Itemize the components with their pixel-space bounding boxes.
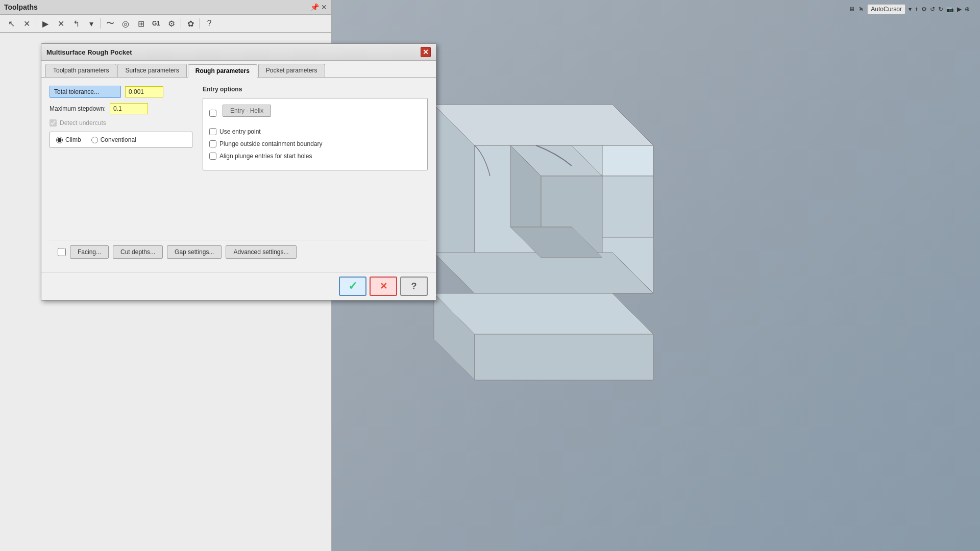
toolbar-cancel-btn[interactable]: ✕ [19, 17, 34, 30]
bottom-checkbox[interactable] [58, 248, 66, 256]
detect-undercuts-label: Detect undercuts [60, 119, 106, 127]
climb-label: Climb [65, 136, 81, 143]
content-layout: Total tolerance... Maximum stepdown: Det… [50, 86, 428, 170]
cut-direction-radio-group: Climb Conventional [50, 132, 192, 148]
svg-marker-11 [475, 334, 653, 380]
advanced-settings-button[interactable]: Advanced settings... [226, 245, 296, 259]
toolbar-dropdown-btn[interactable]: ▾ [84, 17, 99, 30]
right-section: Entry options Entry - Helix Use entry po… [203, 86, 428, 170]
toolbar-run-btn[interactable]: ▶ [38, 17, 53, 30]
toolbar-undo-btn[interactable]: ↰ [69, 17, 83, 30]
toolbar-separator-1 [36, 18, 36, 29]
cut-depths-button[interactable]: Cut depths... [113, 245, 163, 259]
dialog-titlebar: Multisurface Rough Pocket ✕ [41, 44, 436, 61]
toolbar-separator-3 [181, 18, 181, 29]
dialog-body: Total tolerance... Maximum stepdown: Det… [41, 78, 436, 272]
toolpaths-toolbar: ↖ ✕ ▶ ✕ ↰ ▾ 〜 ◎ ⊞ G1 ⚙ ✿ ? [0, 15, 331, 33]
toolbar-select-btn[interactable]: ↖ [4, 17, 18, 30]
dialog-title: Multisurface Rough Pocket [46, 48, 132, 56]
toolbar-grid-btn[interactable]: ⊞ [134, 17, 148, 30]
toolbar-wave-btn[interactable]: 〜 [103, 17, 117, 30]
total-tolerance-input[interactable] [125, 86, 163, 97]
help-icon: ? [411, 281, 417, 292]
facing-button[interactable]: Facing... [70, 245, 109, 259]
max-stepdown-label: Maximum stepdown: [50, 105, 106, 112]
max-stepdown-row: Maximum stepdown: [50, 103, 192, 114]
toolbar-separator-2 [101, 18, 101, 29]
align-plunge-checkbox[interactable] [209, 153, 216, 160]
detect-undercuts-row: Detect undercuts [50, 119, 192, 127]
align-plunge-label: Align plunge entries for start holes [219, 153, 312, 160]
entry-helix-button[interactable]: Entry - Helix [223, 105, 271, 117]
help-button[interactable]: ? [400, 277, 428, 296]
use-entry-point-row: Use entry point [209, 128, 421, 135]
autocursor-icon5[interactable]: 📷 [946, 6, 954, 13]
autocursor-label[interactable]: AutoCursor [867, 4, 905, 14]
total-tolerance-row: Total tolerance... [50, 86, 192, 98]
align-plunge-row: Align plunge entries for start holes [209, 153, 421, 160]
dialog-close-button[interactable]: ✕ [421, 47, 431, 57]
toolpaths-header: Toolpaths 📌 ✕ [0, 0, 331, 15]
autocursor-icon1[interactable]: + [915, 6, 918, 13]
autocursor-bar: 🖥 🖱 AutoCursor ▾ + ⚙ ↺ ↻ 📷 ▶ ⊕ [849, 4, 970, 14]
monitor-icon: 🖥 [849, 6, 855, 13]
bottom-button-bar: Facing... Cut depths... Gap settings... … [50, 240, 428, 264]
left-section: Total tolerance... Maximum stepdown: Det… [50, 86, 192, 170]
dialog-footer: ✓ ✕ ? [41, 272, 436, 300]
toolpaths-title: Toolpaths [4, 3, 38, 11]
entry-helix-checkbox[interactable] [209, 110, 216, 117]
close-icon[interactable]: ✕ [321, 3, 327, 11]
conventional-label: Conventional [101, 136, 136, 143]
tab-rough-parameters[interactable]: Rough parameters [188, 64, 257, 78]
max-stepdown-input[interactable] [110, 103, 148, 114]
toolbar-separator-4 [200, 18, 200, 29]
spacer [50, 170, 428, 232]
pin-icon[interactable]: 📌 [310, 3, 319, 11]
toolbar-circle-btn[interactable]: ◎ [118, 17, 133, 30]
conventional-radio[interactable] [91, 137, 98, 143]
tab-bar: Toolpath parameters Surface parameters R… [41, 61, 436, 78]
cancel-icon: ✕ [380, 281, 387, 292]
autocursor-icon3[interactable]: ↺ [930, 6, 935, 13]
entry-options-title: Entry options [203, 86, 428, 93]
tab-pocket-parameters[interactable]: Pocket parameters [258, 64, 325, 77]
tab-toolpath-parameters[interactable]: Toolpath parameters [45, 64, 116, 77]
conventional-radio-row: Conventional [91, 136, 136, 143]
cursor-icon: 🖱 [858, 6, 864, 13]
autocursor-icon7[interactable]: ⊕ [965, 6, 970, 13]
cancel-button[interactable]: ✕ [370, 277, 397, 296]
ok-button[interactable]: ✓ [339, 277, 366, 296]
toolpaths-controls: 📌 ✕ [310, 3, 327, 11]
use-entry-point-checkbox[interactable] [209, 128, 216, 135]
entry-options-box: Entry - Helix Use entry point Plunge out… [203, 98, 428, 170]
autocursor-icon4[interactable]: ↻ [938, 6, 943, 13]
total-tolerance-button[interactable]: Total tolerance... [50, 86, 121, 98]
toolbar-g1-btn[interactable]: G1 [149, 17, 163, 30]
gap-settings-button[interactable]: Gap settings... [167, 245, 222, 259]
toolbar-stop-btn[interactable]: ✕ [54, 17, 68, 30]
plunge-outside-row: Plunge outside containment boundary [209, 140, 421, 147]
plunge-outside-label: Plunge outside containment boundary [219, 140, 322, 147]
toolbar-gear-btn[interactable]: ⚙ [164, 17, 179, 30]
detect-undercuts-checkbox[interactable] [50, 119, 57, 127]
climb-radio[interactable] [56, 137, 63, 143]
autocursor-dropdown[interactable]: ▾ [909, 6, 912, 13]
dialog-multisurface-rough-pocket: Multisurface Rough Pocket ✕ Toolpath par… [41, 43, 436, 300]
svg-marker-12 [602, 145, 653, 176]
ok-icon: ✓ [348, 280, 357, 293]
climb-radio-row: Climb [56, 136, 81, 143]
tab-surface-parameters[interactable]: Surface parameters [117, 64, 186, 77]
autocursor-icon6[interactable]: ▶ [957, 6, 962, 13]
use-entry-point-label: Use entry point [219, 128, 261, 135]
autocursor-icon2[interactable]: ⚙ [921, 6, 927, 13]
toolbar-help-btn[interactable]: ? [202, 17, 216, 30]
toolbar-flower-btn[interactable]: ✿ [183, 17, 198, 30]
entry-helix-row: Entry - Helix [209, 105, 421, 122]
plunge-outside-checkbox[interactable] [209, 140, 216, 147]
svg-marker-13 [602, 176, 653, 237]
